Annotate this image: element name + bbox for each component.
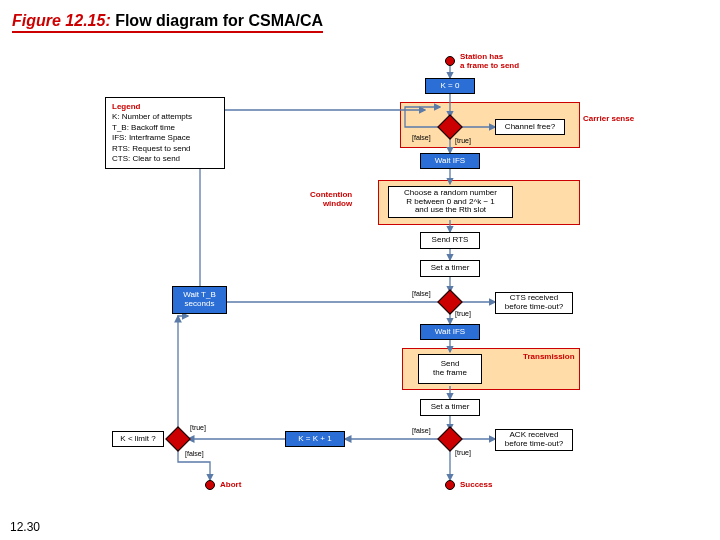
legend-l3: IFS: Interframe Space (112, 133, 218, 143)
box-channel-free: Channel free? (495, 119, 565, 135)
kinc-text: K = K + 1 (298, 435, 331, 444)
box-send-rts: Send RTS (420, 232, 480, 249)
legend-l4: RTS: Request to send (112, 144, 218, 154)
klimit-true: [true] (190, 424, 206, 431)
ack-true: [true] (455, 449, 471, 456)
wait-ifs2-text: Wait IFS (435, 328, 465, 337)
abort-label: Abort (220, 480, 241, 489)
cf-false: [false] (412, 134, 431, 141)
start-label: Station has a frame to send (460, 52, 519, 70)
legend-l1: K: Number of attempts (112, 112, 218, 122)
klimit-text: K < limit ? (120, 435, 155, 444)
channel-free-text: Channel free? (505, 123, 555, 132)
timer1-text: Set a timer (431, 264, 470, 273)
start-dot (445, 56, 455, 66)
cts-false: [false] (412, 290, 431, 297)
rts-text: Send RTS (432, 236, 469, 245)
figure-title: Figure 12.15: Flow diagram for CSMA/CA (12, 12, 323, 33)
box-contention: Choose a random number R between 0 and 2… (388, 186, 513, 218)
ack-false: [false] (412, 427, 431, 434)
success-dot (445, 480, 455, 490)
figure-caption: Flow diagram for CSMA/CA (111, 12, 323, 29)
page-footer: 12.30 (10, 520, 40, 534)
cts-text: CTS received before time-out? (505, 294, 563, 312)
box-k-inc: K = K + 1 (285, 431, 345, 447)
flow-diagram: Station has a frame to send K = 0 Carrie… (0, 42, 720, 522)
success-label: Success (460, 480, 492, 489)
contention-text: Choose a random number R between 0 and 2… (404, 189, 497, 215)
contention-label: Contention window (310, 190, 352, 208)
box-ack: ACK received before time-out? (495, 429, 573, 451)
box-wait-ifs-2: Wait IFS (420, 324, 480, 340)
abort-dot (205, 480, 215, 490)
box-send-frame: Send the frame (418, 354, 482, 384)
cf-true: [true] (455, 137, 471, 144)
timer2-text: Set a timer (431, 403, 470, 412)
wait-ifs1-text: Wait IFS (435, 157, 465, 166)
transmission-label: Transmission (523, 352, 575, 361)
send-frame-text: Send the frame (433, 360, 467, 378)
box-wait-tb: Wait T_B seconds (172, 286, 227, 314)
box-wait-ifs-1: Wait IFS (420, 153, 480, 169)
legend-l5: CTS: Clear to send (112, 154, 218, 164)
box-cts: CTS received before time-out? (495, 292, 573, 314)
wait-tb-text: Wait T_B seconds (183, 291, 215, 309)
legend-l2: T_B: Backoff time (112, 123, 218, 133)
legend-heading: Legend (112, 102, 218, 112)
legend-box: Legend K: Number of attempts T_B: Backof… (105, 97, 225, 169)
box-k-limit: K < limit ? (112, 431, 164, 447)
box-timer-1: Set a timer (420, 260, 480, 277)
k0-text: K = 0 (441, 82, 460, 91)
carrier-sense-label: Carrier sense (583, 114, 634, 123)
box-k0: K = 0 (425, 78, 475, 94)
cts-true: [true] (455, 310, 471, 317)
figure-number: Figure 12.15: (12, 12, 111, 29)
ack-text: ACK received before time-out? (505, 431, 563, 449)
klimit-false: [false] (185, 450, 204, 457)
box-timer-2: Set a timer (420, 399, 480, 416)
